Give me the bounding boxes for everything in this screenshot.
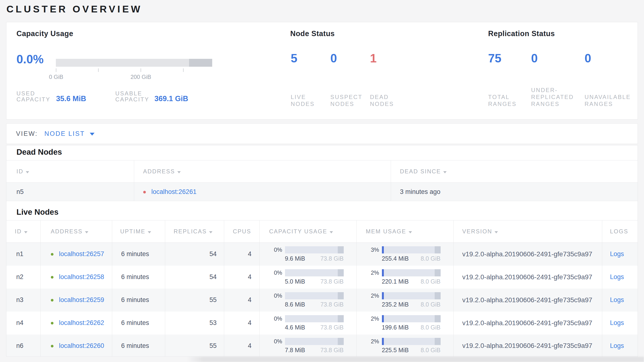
capacity-used: 4.6 MiB [285,324,305,331]
cell-replicas: 54 [165,243,224,266]
dead-col-id[interactable]: ID [6,160,134,183]
cell-version: v19.2.0-alpha.20190606-2491-gfe735c9a97 [453,266,602,289]
capacity-used: 7.8 MiB [285,347,305,354]
logs-link[interactable]: Logs [610,273,624,280]
axis-tick [140,68,141,72]
node-address-link[interactable]: localhost:26260 [59,342,104,349]
live-col-logs: LOGS [602,221,638,243]
cell-capacity-usage: 0% 7.8 MiB 73.8 GiB [260,334,356,357]
axis-tick [98,68,98,72]
cell-node-address: localhost:26262 [40,311,112,334]
dead-node-row: n5 localhost:26261 3 minutes ago [6,183,638,201]
capacity-percent: 0% [274,247,285,253]
mem-used: 199.6 MiB [382,324,409,331]
capacity-bar [56,59,212,67]
axis-tick-label: 0 GiB [49,74,63,80]
live-node-row: n4 localhost:26262 6 minutes 53 4 0% [6,311,638,334]
mem-minibar [382,315,441,322]
cell-node-address: localhost:26258 [40,266,112,289]
dead-nodes-heading: Dead Nodes [16,147,638,157]
view-label: VIEW: [16,130,38,137]
cell-logs: Logs [602,289,638,311]
capacity-total: 73.8 GiB [320,347,344,354]
node-address-link[interactable]: localhost:26258 [59,273,104,280]
unavailable-ranges-label: UNAVAILABLE RANGES [584,93,631,107]
live-node-row: n2 localhost:26258 6 minutes 54 4 0% [6,266,638,289]
live-status-dot-icon [51,253,54,256]
mem-minibar [382,269,441,276]
live-col-mem[interactable]: MEM USAGE [356,221,453,243]
logs-link[interactable]: Logs [610,319,624,326]
under-replicated-count: 0 [531,51,538,65]
cell-node-id: n3 [6,289,40,311]
axis-tick [183,68,184,72]
capacity-bar-reserved [189,59,212,67]
dead-nodes-label: DEAD NODES [370,93,394,107]
live-status-dot-icon [51,299,54,301]
suspect-nodes-count: 0 [330,51,337,65]
live-nodes-count: 5 [291,51,298,65]
cell-replicas: 54 [165,266,224,289]
usable-capacity-label: USABLE CAPACITY [115,90,154,102]
view-bar: VIEW: NODE LIST [6,123,638,144]
live-nodes-header-row: ID ADDRESS UPTIME REPLICAS CPUS CAPACITY… [6,221,638,243]
cell-node-id: n4 [6,311,40,334]
total-ranges-count: 75 [488,51,502,65]
node-address-link[interactable]: localhost:26262 [59,319,104,326]
capacity-percent: 0% [274,338,285,345]
cell-logs: Logs [602,266,638,289]
used-capacity-value: 35.6 MiB [56,95,115,102]
mem-used: 225.5 MiB [382,347,409,354]
capacity-total: 73.8 GiB [320,278,344,285]
cell-logs: Logs [602,334,638,357]
cell-replicas: 53 [165,311,224,334]
mem-percent: 2% [371,292,382,299]
sort-caret-icon [85,231,88,233]
cell-cpus: 4 [224,266,260,289]
dead-nodes-header-row: ID ADDRESS DEAD SINCE [6,160,638,183]
cell-uptime: 6 minutes [112,311,165,334]
mem-minibar [382,246,441,253]
logs-link[interactable]: Logs [610,296,624,303]
node-address-link[interactable]: localhost:26259 [59,296,104,303]
cell-mem-usage: 2% 235.2 MiB 8.0 GiB [356,289,453,311]
dead-col-dead-since[interactable]: DEAD SINCE [391,160,638,183]
node-address-link[interactable]: localhost:26257 [59,250,104,258]
cell-replicas: 55 [165,334,224,357]
view-selected-value[interactable]: NODE LIST [44,130,85,137]
cell-node-address: localhost:26261 [134,183,391,201]
under-replicated-ranges-stat: 0 UNDER- REPLICATED RANGES [531,29,582,108]
mem-used: 235.2 MiB [382,301,409,308]
cell-mem-usage: 2% 199.6 MiB 8.0 GiB [356,311,453,334]
under-replicated-label: UNDER- REPLICATED RANGES [531,87,574,107]
dead-nodes-table: ID ADDRESS DEAD SINCE n5 localhost:26261… [6,160,638,201]
node-address-link[interactable]: localhost:26261 [151,188,196,195]
mem-minibar [382,292,441,299]
mem-total: 8.0 GiB [420,301,440,308]
capacity-used: 9.6 MiB [285,255,305,262]
cell-version: v19.2.0-alpha.20190606-2491-gfe735c9a97 [453,243,602,266]
live-col-version[interactable]: VERSION [453,221,602,243]
summary-card: Capacity Usage 0.0% 0 GiB 200 GiB USED C… [6,22,638,120]
capacity-used: 5.0 MiB [285,278,305,285]
logs-link[interactable]: Logs [610,250,624,258]
live-col-replicas[interactable]: REPLICAS [165,221,224,243]
sort-caret-icon [409,231,412,233]
cluster-overview-page: CLUSTER OVERVIEW Capacity Usage 0.0% 0 G… [0,0,644,362]
mem-total: 8.0 GiB [420,278,440,285]
page-title: CLUSTER OVERVIEW [0,0,644,14]
cell-node-address: localhost:26260 [40,334,112,357]
logs-link[interactable]: Logs [610,342,624,349]
live-col-capacity[interactable]: CAPACITY USAGE [260,221,356,243]
live-status-dot-icon [51,276,54,279]
live-col-id[interactable]: ID [6,221,40,243]
capacity-stats: USED CAPACITY 35.6 MiB USABLE CAPACITY 3… [16,90,188,102]
capacity-minibar [285,269,344,276]
live-col-address[interactable]: ADDRESS [40,221,112,243]
view-selector-dropdown[interactable]: NODE LIST [44,130,94,137]
live-col-uptime[interactable]: UPTIME [112,221,165,243]
dead-col-address[interactable]: ADDRESS [134,160,391,183]
live-status-dot-icon [51,345,54,347]
capacity-percent: 0% [274,292,285,299]
live-nodes-table: ID ADDRESS UPTIME REPLICAS CPUS CAPACITY… [6,220,638,357]
